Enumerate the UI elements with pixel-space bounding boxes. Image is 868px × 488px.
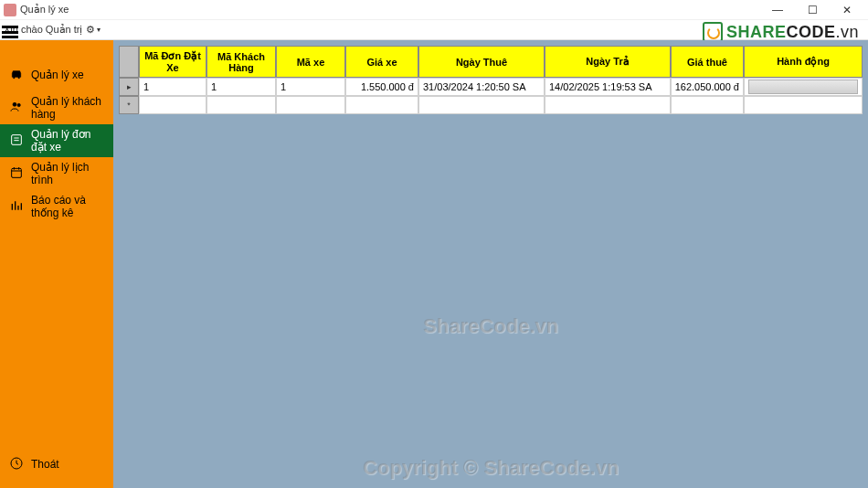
window-title: Quản lý xe <box>20 4 760 16</box>
brand-text-vn: .vn <box>835 23 859 42</box>
svg-point-0 <box>13 102 16 106</box>
sidebar-item-customer[interactable]: Quản lý khách hàng <box>0 91 113 124</box>
cell-empty[interactable] <box>744 96 863 114</box>
cell-vehicle-id[interactable]: 1 <box>276 78 345 96</box>
sidebar-item-label: Báo cáo và thống kê <box>31 194 104 219</box>
col-order-id[interactable]: Mã Đơn Đặt Xe <box>139 46 206 78</box>
watermark: Copyright © ShareCode.vn <box>363 456 619 480</box>
cell-empty[interactable] <box>545 96 671 114</box>
col-customer-id[interactable]: Mã Khách Hàng <box>206 46 276 78</box>
cell-empty[interactable] <box>345 96 418 114</box>
svg-rect-2 <box>12 134 22 144</box>
sidebar-item-schedule[interactable]: Quản lý lịch trình <box>0 157 113 190</box>
car-icon <box>9 67 24 84</box>
svg-rect-3 <box>12 168 22 177</box>
chart-icon <box>9 198 24 216</box>
col-return-date[interactable]: Ngày Trả <box>545 46 671 78</box>
minimize-button[interactable]: — <box>760 0 795 20</box>
users-icon <box>9 100 24 117</box>
grid-row[interactable]: ▸ 1 1 1 1.550.000 đ 31/03/2024 1:20:50 S… <box>119 78 863 96</box>
sidebar: Quản lý xe Quản lý khách hàng Quản lý đơ… <box>0 40 113 488</box>
cell-empty[interactable] <box>139 96 206 114</box>
maximize-button[interactable]: ☐ <box>795 0 830 20</box>
data-grid[interactable]: Mã Đơn Đặt Xe Mã Khách Hàng Mã xe Giá xe… <box>119 46 863 114</box>
sidebar-item-reports[interactable]: Báo cáo và thống kê <box>0 190 113 223</box>
app-icon <box>4 4 16 16</box>
hamburger-icon[interactable] <box>2 26 18 38</box>
sidebar-item-label: Thoát <box>31 458 59 471</box>
col-vehicle-id[interactable]: Mã xe <box>276 46 345 78</box>
col-vehicle-price[interactable]: Giá xe <box>345 46 418 78</box>
cell-action[interactable] <box>744 78 863 96</box>
cell-vehicle-price[interactable]: 1.550.000 đ <box>345 78 418 96</box>
col-rent-price[interactable]: Giá thuê <box>671 46 744 78</box>
cell-rent-date[interactable]: 31/03/2024 1:20:50 SA <box>418 78 545 96</box>
cell-empty[interactable] <box>206 96 276 114</box>
grid-corner <box>119 46 139 78</box>
brand-icon <box>703 22 723 42</box>
order-icon <box>9 133 24 150</box>
col-rent-date[interactable]: Ngày Thuê <box>418 46 545 78</box>
cell-return-date[interactable]: 14/02/2025 1:19:53 SA <box>545 78 671 96</box>
cell-order-id[interactable]: 1 <box>139 78 206 96</box>
col-action[interactable]: Hành động <box>744 46 863 78</box>
row-marker[interactable]: ▸ <box>119 78 139 96</box>
cell-empty[interactable] <box>671 96 744 114</box>
main-layout: Quản lý xe Quản lý khách hàng Quản lý đơ… <box>0 40 868 488</box>
sidebar-item-vehicle[interactable]: Quản lý xe <box>0 58 113 91</box>
sidebar-item-orders[interactable]: Quản lý đơn đặt xe <box>0 124 113 157</box>
window-controls: — ☐ ✕ <box>760 0 864 20</box>
close-button[interactable]: ✕ <box>830 0 864 20</box>
cell-empty[interactable] <box>276 96 345 114</box>
brand-text-share: SHARE <box>726 23 787 42</box>
calendar-icon <box>9 165 24 183</box>
gear-icon[interactable]: ⚙ <box>86 24 95 36</box>
sidebar-item-label: Quản lý xe <box>31 69 84 81</box>
svg-point-1 <box>17 103 20 106</box>
sidebar-item-label: Quản lý lịch trình <box>31 161 104 186</box>
sidebar-item-label: Quản lý đơn đặt xe <box>31 128 104 154</box>
main-content: Mã Đơn Đặt Xe Mã Khách Hàng Mã xe Giá xe… <box>113 40 868 488</box>
cell-empty[interactable] <box>418 96 545 114</box>
brand-text-code: CODE <box>786 23 835 42</box>
sidebar-item-exit[interactable]: Thoát <box>0 448 113 481</box>
exit-icon <box>9 456 24 473</box>
cell-customer-id[interactable]: 1 <box>206 78 276 96</box>
title-bar: Quản lý xe — ☐ ✕ <box>0 0 868 20</box>
watermark: ShareCode.vn <box>423 314 558 338</box>
dropdown-icon[interactable]: ▾ <box>97 26 101 34</box>
cell-rent-price[interactable]: 162.050.000 đ <box>671 78 744 96</box>
new-row-marker[interactable]: * <box>119 96 139 114</box>
grid-header-row: Mã Đơn Đặt Xe Mã Khách Hàng Mã xe Giá xe… <box>119 46 863 78</box>
brand-logo: SHARECODE.vn <box>703 22 859 42</box>
grid-new-row[interactable]: * <box>119 96 863 114</box>
sidebar-item-label: Quản lý khách hàng <box>31 95 104 121</box>
